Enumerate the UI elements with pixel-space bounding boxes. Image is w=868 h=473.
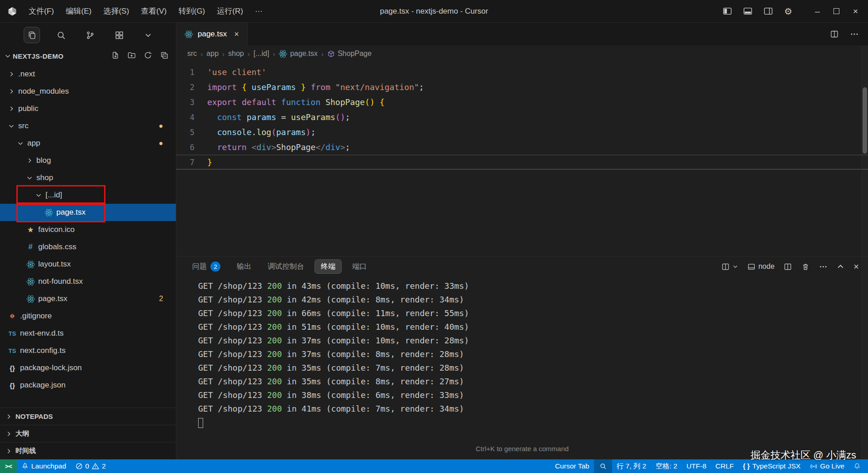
- split-panel-icon[interactable]: [783, 262, 792, 271]
- tree-item-favicon.ico[interactable]: ★favicon.ico: [0, 221, 176, 238]
- action-refresh[interactable]: [144, 51, 152, 61]
- action-new-folder[interactable]: [127, 51, 136, 61]
- panel-more-icon[interactable]: [819, 262, 828, 271]
- tree-item-shop[interactable]: shop: [0, 169, 176, 186]
- breadcrumb-separator: ›: [222, 50, 224, 58]
- menu-item-1[interactable]: 编辑(E): [60, 6, 98, 16]
- breadcrumb-shop[interactable]: shop: [228, 50, 244, 58]
- status-right-3[interactable]: 空格: 2: [651, 459, 682, 473]
- action-collapse-all[interactable]: [160, 51, 169, 61]
- title-bar: 文件(F)编辑(E)选择(S)查看(V)转到(G)运行(R)··· page.t…: [0, 0, 868, 23]
- status-right-4[interactable]: UTF-8: [682, 459, 711, 473]
- tree-item-page.tsx[interactable]: page.tsx: [0, 204, 176, 221]
- tree-item-package.json[interactable]: {}package.json: [0, 377, 176, 394]
- panel-tab-调试控制台[interactable]: 调试控制台: [262, 259, 310, 274]
- tree-item-package-lock.json[interactable]: {}package-lock.json: [0, 359, 176, 377]
- maximize-panel-icon[interactable]: [837, 263, 844, 271]
- menu-item-4[interactable]: 转到(G): [173, 6, 211, 16]
- panel-tab-问题[interactable]: 问题2: [186, 259, 226, 274]
- breadcrumb-separator: ›: [273, 50, 275, 58]
- panel-tab-输出[interactable]: 输出: [231, 259, 257, 274]
- breadcrumb-ShopPage[interactable]: ShopPage: [327, 50, 372, 58]
- status-left-1[interactable]: Launchpad: [17, 459, 71, 473]
- tree-item-layout.tsx[interactable]: layout.tsx: [0, 256, 176, 273]
- code-editor[interactable]: 1'use client'2import { useParams } from …: [176, 62, 868, 256]
- settings-gear-icon[interactable]: ⚙: [784, 6, 792, 17]
- terminal-line: GET /shop/123 200 in 42ms (compile: 8ms,…: [198, 293, 868, 307]
- section-NOTEPADS[interactable]: NOTEPADS: [0, 408, 176, 425]
- new-file-icon: [111, 51, 120, 60]
- more-actions-icon[interactable]: [850, 30, 859, 39]
- toggle-primary-sidebar-icon[interactable]: [723, 6, 732, 16]
- tree-item-page.tsx[interactable]: page.tsx2: [0, 290, 176, 307]
- breadcrumb-app[interactable]: app: [206, 50, 219, 58]
- project-name[interactable]: NEXTJS-DEMO: [13, 52, 64, 60]
- activity-grid[interactable]: [111, 27, 127, 43]
- activity-branch[interactable]: [82, 27, 98, 43]
- tree-item-.gitignore[interactable]: .gitignore: [0, 307, 176, 325]
- close-button[interactable]: ×: [853, 6, 858, 16]
- split-terminal-dropdown[interactable]: [721, 262, 738, 271]
- panel-tab-端口[interactable]: 端口: [346, 259, 373, 274]
- status-right-1[interactable]: [594, 459, 612, 473]
- breadcrumb-src[interactable]: src: [187, 50, 197, 58]
- file-tree: .nextnode_modulespublicsrc●app●blogshop[…: [0, 65, 176, 408]
- terminal-output[interactable]: GET /shop/123 200 in 43ms (compile: 10ms…: [176, 277, 868, 445]
- section-大纲[interactable]: 大纲: [0, 425, 176, 442]
- breadcrumb-separator: ›: [200, 50, 203, 58]
- chevron-down-icon[interactable]: [5, 53, 11, 59]
- git-icon: [9, 312, 16, 320]
- react-icon: [26, 260, 35, 269]
- collapse-all-icon: [160, 51, 169, 60]
- menu-item-3[interactable]: 查看(V): [135, 6, 173, 16]
- tree-item-[...id][interactable]: [...id]: [0, 186, 176, 204]
- status-left-2[interactable]: 02: [71, 459, 110, 473]
- section-时间线[interactable]: 时间线: [0, 442, 176, 459]
- action-new-file[interactable]: [111, 51, 120, 61]
- tab-close-icon[interactable]: ×: [234, 30, 239, 39]
- sidebar-sections: NOTEPADS大纲时间线: [0, 408, 176, 459]
- breadcrumb-page.tsx[interactable]: page.tsx: [279, 50, 317, 58]
- menu-item-5[interactable]: 运行(R): [211, 6, 249, 16]
- chev-down-icon: [17, 140, 24, 146]
- activity-files[interactable]: [24, 27, 40, 43]
- menu-item-2[interactable]: 选择(S): [97, 6, 135, 16]
- chevron-down-icon: [145, 31, 152, 39]
- tree-item-next-env.d.ts[interactable]: TSnext-env.d.ts: [0, 325, 176, 342]
- tree-item-app[interactable]: app●: [0, 135, 176, 152]
- cursor-logo-icon: [7, 6, 17, 16]
- split-editor-icon[interactable]: [830, 30, 839, 39]
- kill-terminal-icon[interactable]: [801, 262, 810, 271]
- scrollbar-thumb[interactable]: [863, 87, 867, 154]
- close-panel-icon[interactable]: ×: [853, 262, 859, 272]
- status-right-2[interactable]: 行 7, 列 2: [612, 459, 651, 473]
- activity-chevron-down[interactable]: [140, 27, 156, 43]
- tree-item-.next[interactable]: .next: [0, 65, 176, 83]
- terminal-instance-node[interactable]: node: [747, 262, 775, 271]
- minimize-button[interactable]: –: [815, 6, 820, 16]
- tree-item-next.config.ts[interactable]: TSnext.config.ts: [0, 342, 176, 359]
- menu-more[interactable]: ···: [249, 7, 269, 16]
- panel-tab-终端[interactable]: 终端: [314, 259, 342, 274]
- menu-item-0[interactable]: 文件(F): [23, 6, 60, 16]
- editor-scrollbar[interactable]: [861, 45, 868, 459]
- tree-item-public[interactable]: public: [0, 100, 176, 117]
- code-line-7: 7}: [176, 155, 868, 170]
- activity-search[interactable]: [53, 27, 69, 43]
- tree-item-blog[interactable]: blog: [0, 152, 176, 169]
- toggle-secondary-sidebar-icon[interactable]: [763, 6, 773, 16]
- status-right-0[interactable]: Cursor Tab: [550, 459, 594, 473]
- tree-item-node_modules[interactable]: node_modules: [0, 83, 176, 100]
- tab-page-tsx[interactable]: page.tsx ×: [176, 23, 248, 45]
- status-left-0[interactable]: ><: [0, 459, 17, 473]
- toggle-panel-icon[interactable]: [743, 6, 753, 16]
- tree-item-src[interactable]: src●: [0, 117, 176, 135]
- json-icon: {}: [10, 364, 15, 372]
- maximize-button[interactable]: [833, 8, 839, 14]
- tree-item-globals.css[interactable]: #globals.css: [0, 238, 176, 256]
- breadcrumb-[...id][interactable]: [...id]: [254, 50, 269, 58]
- status-right-5[interactable]: CRLF: [711, 459, 738, 473]
- tree-item-not-found.tsx[interactable]: not-found.tsx: [0, 273, 176, 290]
- cube-icon: [327, 50, 335, 58]
- window-title: page.tsx - nextjs-demo - Cursor: [380, 0, 488, 22]
